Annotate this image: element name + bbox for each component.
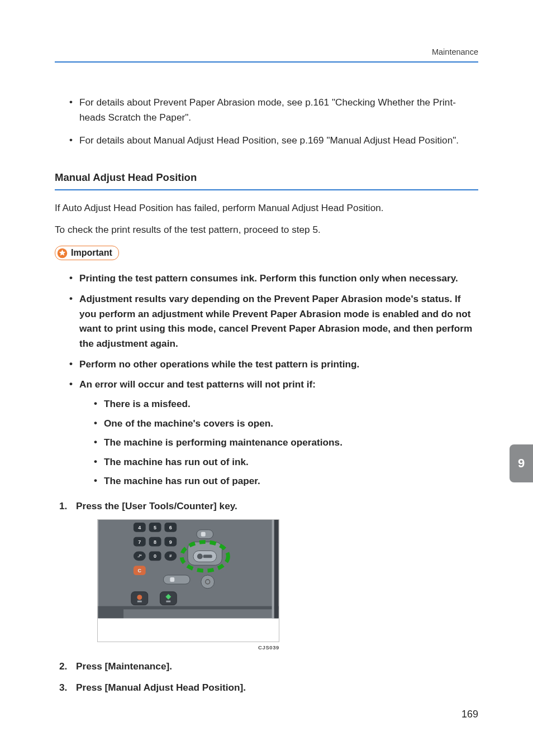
- svg-text:7: 7: [138, 539, 141, 544]
- section-heading: Manual Adjust Head Position: [55, 170, 478, 190]
- intro-cross-refs: For details about Prevent Paper Abrasion…: [67, 95, 478, 147]
- list-item: Perform no other operations while the te…: [67, 357, 478, 372]
- list-item: An error will occur and test patterns wi…: [67, 377, 478, 489]
- control-panel-illustration: 4 5 6 7 8 9 ./* 0 # C: [97, 519, 279, 642]
- list-item: For details about Prevent Paper Abrasion…: [67, 95, 478, 125]
- figure-code: CJS039: [97, 644, 279, 652]
- svg-text:8: 8: [154, 539, 156, 544]
- step: Press the [User Tools/Counter] key.: [55, 499, 478, 652]
- svg-rect-29: [201, 532, 206, 537]
- list-item: The machine has run out of ink.: [92, 454, 478, 470]
- svg-text:6: 6: [169, 525, 172, 530]
- list-item: The machine is performing maintenance op…: [92, 435, 478, 450]
- svg-point-39: [137, 595, 142, 600]
- chapter-thumb-tab: 9: [510, 444, 533, 482]
- list-item: The machine has run out of paper.: [92, 473, 478, 489]
- svg-text:C: C: [138, 568, 142, 573]
- svg-text:4: 4: [138, 525, 141, 530]
- svg-rect-35: [163, 575, 190, 584]
- important-notes-list: Printing the test pattern consumes ink. …: [67, 271, 478, 489]
- svg-text:5: 5: [154, 525, 156, 530]
- svg-rect-36: [170, 577, 174, 582]
- page-number: 169: [461, 707, 478, 722]
- svg-rect-42: [166, 600, 170, 602]
- svg-rect-4: [123, 606, 278, 609]
- step: Press [Manual Adjust Head Position].: [55, 680, 478, 695]
- list-item: One of the machine's covers is open.: [92, 416, 478, 431]
- body-paragraph: To check the print results of the test p…: [55, 222, 478, 237]
- running-head: Maintenance: [55, 46, 478, 63]
- svg-rect-5: [123, 609, 278, 618]
- step: Press [Maintenance].: [55, 659, 478, 674]
- list-item: There is a misfeed.: [92, 396, 478, 412]
- page: Maintenance For details about Prevent Pa…: [0, 0, 533, 756]
- body-paragraph: If Auto Adjust Head Position has failed,…: [55, 200, 478, 216]
- list-item: Printing the test pattern consumes ink. …: [67, 271, 478, 286]
- important-callout-label: Important: [71, 248, 112, 257]
- error-conditions-list: There is a misfeed. One of the machine's…: [92, 396, 478, 489]
- svg-point-32: [197, 553, 203, 559]
- procedure-steps: Press the [User Tools/Counter] key.: [55, 499, 478, 695]
- list-item: For details about Manual Adjust Head Pos…: [67, 133, 478, 148]
- svg-text:9: 9: [169, 539, 172, 544]
- svg-rect-2: [98, 618, 278, 642]
- svg-rect-33: [203, 554, 212, 558]
- list-item: Adjustment results vary depending on the…: [67, 291, 478, 351]
- svg-text:0: 0: [154, 553, 156, 559]
- svg-text:./*: ./*: [137, 553, 142, 558]
- figure: 4 5 6 7 8 9 ./* 0 # C: [97, 519, 279, 652]
- star-icon: [57, 248, 68, 259]
- svg-rect-40: [137, 600, 142, 602]
- svg-rect-6: [274, 520, 279, 618]
- svg-rect-3: [98, 606, 123, 618]
- svg-rect-7: [272, 520, 274, 618]
- svg-point-37: [201, 575, 215, 588]
- important-callout: Important: [55, 246, 119, 260]
- running-head-text: Maintenance: [432, 47, 478, 56]
- svg-rect-1: [98, 520, 278, 618]
- svg-text:#: #: [169, 553, 172, 558]
